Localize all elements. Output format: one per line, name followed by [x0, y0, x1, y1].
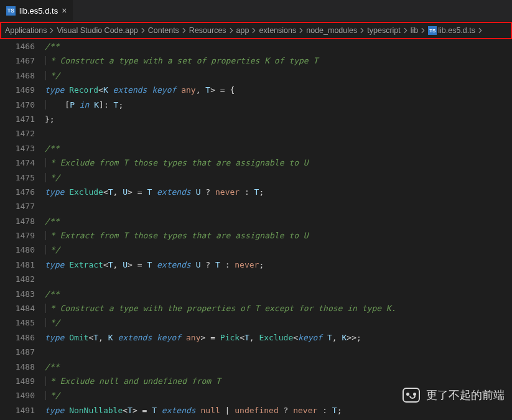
line-number: 1482	[0, 272, 35, 286]
breadcrumb-segment[interactable]: node_modules	[306, 26, 357, 35]
line-number: 1487	[0, 345, 35, 359]
typescript-icon: TS	[428, 26, 437, 35]
line-number: 1491	[0, 403, 35, 418]
line-number: 1477	[0, 199, 35, 213]
line-number: 1484	[0, 301, 35, 315]
close-icon[interactable]: ×	[62, 6, 67, 16]
line-number: 1483	[0, 287, 35, 301]
code-editor[interactable]: 1466146714681469147014711472147314741475…	[0, 39, 512, 420]
line-number: 1479	[0, 228, 35, 243]
line-number: 1476	[0, 185, 35, 199]
line-number: 1486	[0, 330, 35, 345]
breadcrumb-segment[interactable]: lib	[411, 26, 419, 35]
line-number: 1473	[0, 141, 35, 156]
chevron-right-icon	[226, 26, 236, 35]
breadcrumb-segment[interactable]: app	[236, 26, 249, 35]
chevron-right-icon	[475, 26, 485, 35]
chevron-right-icon	[249, 26, 259, 35]
watermark: 更了不起的前端	[403, 388, 505, 403]
line-number-gutter: 1466146714681469147014711472147314741475…	[0, 39, 45, 420]
breadcrumb-segment[interactable]: typescript	[367, 26, 401, 35]
breadcrumb-file[interactable]: TSlib.es5.d.ts	[428, 26, 475, 35]
line-number: 1478	[0, 214, 35, 228]
line-number: 1489	[0, 374, 35, 388]
line-number: 1480	[0, 243, 35, 257]
line-number: 1472	[0, 126, 35, 141]
code-area[interactable]: /** * Construct a type with a set of pro…	[45, 39, 512, 420]
chevron-right-icon	[296, 26, 306, 35]
editor-tab[interactable]: TS lib.es5.d.ts ×	[0, 0, 73, 22]
line-number: 1485	[0, 315, 35, 330]
breadcrumb[interactable]: ApplicationsVisual Studio Code.appConten…	[0, 22, 512, 39]
breadcrumb-segment[interactable]: Resources	[189, 26, 226, 35]
line-number: 1490	[0, 388, 35, 403]
line-number: 1481	[0, 258, 35, 272]
tab-bar: TS lib.es5.d.ts ×	[0, 0, 512, 22]
chevron-right-icon	[357, 26, 367, 35]
tab-filename: lib.es5.d.ts	[19, 6, 58, 16]
chevron-right-icon	[47, 26, 57, 35]
line-number: 1475	[0, 170, 35, 185]
wechat-icon	[403, 388, 420, 403]
chevron-right-icon	[401, 26, 411, 35]
line-number: 1467	[0, 54, 35, 68]
chevron-right-icon	[138, 26, 148, 35]
breadcrumb-segment[interactable]: extensions	[259, 26, 296, 35]
chevron-right-icon	[418, 26, 428, 35]
breadcrumb-segment[interactable]: Applications	[5, 26, 47, 35]
line-number: 1470	[0, 98, 35, 112]
line-number: 1469	[0, 83, 35, 97]
chevron-right-icon	[179, 26, 189, 35]
line-number: 1488	[0, 360, 35, 374]
line-number: 1474	[0, 156, 35, 170]
line-number: 1471	[0, 112, 35, 126]
watermark-text: 更了不起的前端	[426, 388, 505, 403]
line-number: 1468	[0, 68, 35, 83]
line-number: 1466	[0, 39, 35, 54]
breadcrumb-segment[interactable]: Visual Studio Code.app	[57, 26, 137, 35]
breadcrumb-segment[interactable]: Contents	[148, 26, 179, 35]
typescript-icon: TS	[6, 6, 16, 16]
